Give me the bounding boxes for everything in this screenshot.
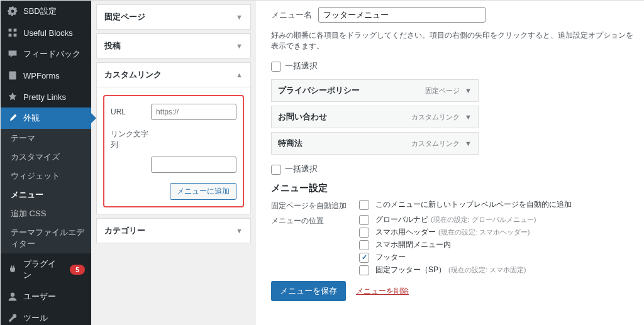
pos-opt-label: スマホ開閉メニュー内 [375, 240, 451, 250]
chevron-down-icon: ▼ [236, 227, 243, 234]
chevron-down-icon: ▼ [236, 42, 243, 50]
accordion-title: 固定ページ [104, 11, 145, 23]
pos-opt-note: (現在の設定: スマホ固定) [448, 265, 526, 275]
pos-opt-label: スマホ用ヘッダー [375, 227, 436, 238]
accordion-header[interactable]: カスタムリンク▲ [97, 63, 250, 87]
sidebar-item-tools[interactable]: ツール [1, 307, 91, 325]
update-badge: 5 [70, 265, 85, 275]
form-icon [7, 70, 18, 81]
accordion-pages[interactable]: 固定ページ▼ [96, 4, 251, 30]
pos-opt-note: (現在の設定: グローバルメニュー) [431, 215, 536, 224]
delete-menu-link[interactable]: メニューを削除 [356, 286, 409, 297]
plug-icon [7, 264, 18, 275]
active-arrow-icon [91, 113, 96, 123]
sidebar-item-useful[interactable]: Useful Blocks [1, 22, 91, 43]
accordion-category[interactable]: カテゴリー▼ [96, 218, 251, 243]
menu-item[interactable]: お問い合わせカスタムリンク▼ [271, 106, 479, 128]
drag-hint: 好みの順番に各項目をドラッグしてください。項目の右側の矢印をクリックすると、追加… [271, 30, 635, 52]
sidebar-sub-theme[interactable]: テーマ [1, 129, 91, 148]
main-panel: メニュー名 好みの順番に各項目をドラッグしてください。項目の右側の矢印をクリック… [256, 1, 644, 325]
sidebar-label: プラグイン [23, 258, 62, 281]
svg-rect-0 [9, 29, 12, 32]
bulk-select-label: 一括選択 [285, 164, 318, 174]
chevron-down-icon: ▼ [236, 13, 243, 21]
pos-checkbox-fixed-footer[interactable] [359, 265, 369, 275]
sidebar-item-pretty[interactable]: Pretty Links [1, 86, 91, 107]
bulk-select-checkbox[interactable] [271, 165, 281, 175]
bulk-select-label: 一括選択 [285, 61, 318, 70]
auto-add-label: 固定ページを自動追加 [271, 199, 359, 211]
accordion-posts[interactable]: 投稿▼ [96, 33, 251, 58]
sidebar-label: ユーザー [23, 291, 56, 302]
chevron-up-icon: ▲ [236, 71, 243, 79]
sidebar-item-appearance[interactable]: 外観 [1, 107, 91, 129]
svg-rect-1 [14, 29, 17, 32]
auto-add-option: このメニューに新しいトップレベルページを自動的に追加 [375, 199, 572, 210]
sidebar-label: SBD設定 [23, 6, 57, 17]
svg-rect-2 [9, 34, 12, 37]
pos-opt-label: グローバルナビ [375, 214, 428, 225]
pos-opt-label: フッター [375, 252, 406, 263]
chevron-down-icon: ▼ [465, 87, 472, 94]
position-label: メニューの位置 [271, 214, 359, 226]
sidebar-item-users[interactable]: ユーザー [1, 286, 91, 307]
admin-sidebar: SBD設定 Useful Blocks フィードバック WPForms Pret… [1, 1, 91, 325]
add-to-menu-button[interactable]: メニューに追加 [170, 183, 236, 200]
pos-checkbox-footer[interactable] [359, 253, 369, 263]
link-text-label: リンク文字列 [111, 126, 151, 150]
star-icon [7, 91, 18, 102]
sidebar-label: フィードバック [23, 48, 80, 60]
sidebar-label: Pretty Links [23, 92, 66, 102]
menu-item-title: お問い合わせ [278, 111, 327, 123]
bulk-select-checkbox[interactable] [271, 62, 281, 72]
grid-icon [7, 27, 18, 38]
accordion-title: 投稿 [104, 40, 121, 52]
sidebar-item-feedback[interactable]: フィードバック [1, 43, 91, 65]
chevron-down-icon: ▼ [465, 113, 472, 121]
menu-settings-heading: メニュー設定 [271, 182, 635, 194]
accordion-title: カスタムリンク [104, 69, 162, 80]
save-menu-button[interactable]: メニューを保存 [271, 281, 346, 301]
link-text-input[interactable] [151, 157, 236, 173]
sidebar-item-sbd[interactable]: SBD設定 [1, 1, 91, 22]
chat-icon [7, 48, 18, 60]
pos-opt-note: (現在の設定: スマホヘッダー) [438, 228, 530, 237]
url-input[interactable] [151, 104, 236, 120]
menu-name-input[interactable] [318, 7, 486, 23]
wrench-icon [7, 312, 18, 324]
menu-item-title: 特商法 [278, 138, 303, 149]
menu-name-label: メニュー名 [271, 9, 312, 21]
user-icon [7, 291, 18, 302]
sidebar-item-plugins[interactable]: プラグイン5 [1, 253, 91, 286]
menu-item-type: 固定ページ [425, 86, 460, 96]
svg-point-5 [11, 293, 14, 297]
menu-item-type: カスタムリンク [411, 139, 460, 148]
menu-item-title: プライバシーポリシー [278, 85, 360, 96]
sidebar-sub-editor[interactable]: テーマファイルエディター [1, 223, 91, 253]
chevron-down-icon: ▼ [465, 140, 472, 147]
highlight-box: URL リンク文字列 メニューに追加 [103, 95, 244, 207]
sidebar-label: WPForms [23, 71, 60, 80]
pos-checkbox-sp-header[interactable] [359, 228, 369, 238]
sidebar-label: ツール [23, 312, 48, 324]
sidebar-sub-css[interactable]: 追加 CSS [1, 204, 91, 223]
url-label: URL [111, 107, 151, 116]
sidebar-sub-menu[interactable]: メニュー [1, 185, 91, 204]
pos-opt-label: 固定フッター（SP） [375, 265, 446, 275]
menu-item-type: カスタムリンク [411, 113, 460, 122]
menu-item[interactable]: 特商法カスタムリンク▼ [271, 132, 479, 155]
sidebar-label: 外観 [23, 113, 40, 124]
auto-add-checkbox[interactable] [359, 200, 369, 210]
svg-rect-3 [14, 34, 17, 37]
sidebar-item-wpforms[interactable]: WPForms [1, 65, 91, 86]
pos-checkbox-sp-menu[interactable] [359, 240, 369, 250]
brush-icon [7, 113, 18, 124]
sidebar-sub-customize[interactable]: カスタマイズ [1, 148, 91, 167]
menu-item[interactable]: プライバシーポリシー固定ページ▼ [271, 79, 479, 102]
menu-items-list: プライバシーポリシー固定ページ▼ お問い合わせカスタムリンク▼ 特商法カスタムリ… [271, 79, 635, 155]
sidebar-label: Useful Blocks [23, 28, 73, 38]
accordion-title: カテゴリー [104, 225, 145, 236]
pos-checkbox-global[interactable] [359, 215, 369, 225]
accordion-custom-link: カスタムリンク▲ URL リンク文字列 メニューに追加 [96, 62, 251, 214]
sidebar-sub-widget[interactable]: ウィジェット [1, 167, 91, 185]
